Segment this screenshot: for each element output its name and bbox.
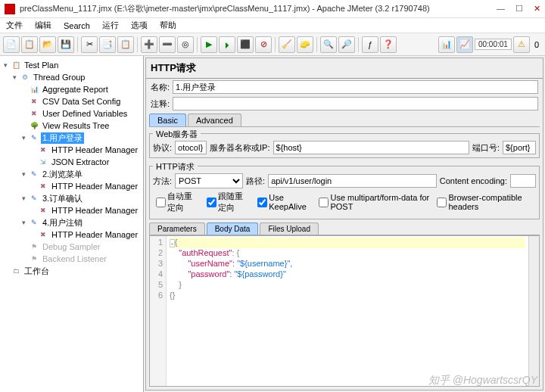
http-icon: ✎ — [29, 218, 39, 227]
templates-button[interactable]: 📋 — [21, 36, 38, 53]
title-bar: preClassMenu_1117.jmx (E:\谷歌\jmeter-mast… — [0, 0, 545, 18]
node-request-2[interactable]: 2.浏览菜单 — [41, 169, 84, 180]
menu-search[interactable]: Search — [61, 20, 93, 32]
http-icon: ✎ — [29, 170, 39, 179]
node-request-4[interactable]: 4.用户注销 — [41, 217, 84, 229]
node-results[interactable]: View Results Tree — [41, 121, 111, 130]
threadgroup-icon: ⚙ — [20, 73, 30, 82]
testplan-icon: 📋 — [11, 61, 21, 70]
port-input[interactable] — [503, 141, 536, 154]
node-backend[interactable]: Backend Listener — [41, 254, 108, 263]
function-helper-button[interactable]: ƒ — [362, 36, 378, 53]
close-button[interactable]: ✕ — [534, 4, 540, 14]
collapse-button[interactable]: ➖ — [159, 36, 176, 53]
open-button[interactable]: 📂 — [39, 36, 56, 53]
vars-icon: ✖ — [29, 109, 39, 118]
http-request-section: HTTP请求 方法: POST 路径: Content encoding: 自动… — [149, 166, 540, 219]
server-input[interactable] — [273, 141, 469, 154]
threads-button[interactable]: 📈 — [456, 36, 473, 53]
menu-run[interactable]: 运行 — [99, 18, 122, 33]
node-r3-header[interactable]: HTTP Header Manager — [50, 206, 139, 215]
tab-basic[interactable]: Basic — [149, 114, 186, 126]
cb-auto-redirect[interactable]: 自动重定向 — [156, 191, 199, 213]
copy-button[interactable]: 📑 — [99, 36, 116, 53]
warning-icon[interactable]: ⚠ — [513, 36, 530, 53]
help-button[interactable]: ❓ — [380, 36, 397, 53]
cut-button[interactable]: ✂ — [81, 36, 98, 53]
toolbar: 📄 📋 📂 💾 ✂ 📑 📋 ➕ ➖ ◎ ▶ ⏵ ⬛ ⊘ 🧹 🧽 🔍 🔎 ƒ ❓ … — [0, 33, 545, 56]
report-icon: 📊 — [29, 85, 39, 94]
webserver-section: Web服务器 协议: 服务器名称或IP: 端口号: — [149, 133, 540, 158]
node-aggregate[interactable]: Aggregate Report — [41, 85, 110, 94]
panel-title: HTTP请求 — [146, 58, 543, 79]
subtab-files-upload[interactable]: Files Upload — [260, 222, 319, 235]
comment-input[interactable] — [173, 97, 538, 110]
editor-scrollbar[interactable] — [528, 236, 539, 386]
header-icon: ✖ — [38, 206, 48, 215]
menu-edit[interactable]: 编辑 — [32, 18, 54, 33]
stop-button[interactable]: ⬛ — [237, 36, 254, 53]
node-r1-json[interactable]: JSON Extractor — [50, 157, 111, 166]
encoding-label: Content encoding: — [440, 176, 507, 185]
http-icon: ✎ — [29, 194, 39, 203]
backend-icon: ⚑ — [29, 254, 39, 263]
menu-help[interactable]: 帮助 — [157, 18, 179, 33]
shutdown-button[interactable]: ⊘ — [255, 36, 272, 53]
results-icon: 🌳 — [29, 121, 39, 130]
method-select[interactable]: POST — [175, 173, 243, 188]
window-title: preClassMenu_1117.jmx (E:\谷歌\jmeter-mast… — [20, 3, 497, 14]
expand-button[interactable]: ➕ — [141, 36, 157, 53]
clear-all-button[interactable]: 🧽 — [297, 36, 313, 53]
minimize-button[interactable]: — — [497, 4, 505, 14]
body-data-editor[interactable]: 123456 -{ "authRequest": { "userName": "… — [149, 235, 540, 387]
node-request-1[interactable]: 1.用户登录 — [41, 132, 84, 144]
body-tabs: Parameters Body Data Files Upload — [149, 222, 540, 235]
menu-bar: 文件 编辑 Search 运行 选项 帮助 — [0, 18, 545, 33]
encoding-input[interactable] — [510, 174, 536, 188]
menu-file[interactable]: 文件 — [3, 18, 26, 33]
log-toggle-button[interactable]: 📊 — [438, 36, 455, 53]
node-threadgroup[interactable]: Thread Group — [32, 73, 86, 82]
node-vars[interactable]: User Defined Variables — [41, 109, 129, 118]
node-r4-header[interactable]: HTTP Header Manager — [50, 230, 139, 239]
error-counter: 0 — [531, 40, 542, 49]
cb-follow-redirect[interactable]: 跟随重定向 — [207, 191, 250, 213]
name-label: 名称: — [151, 82, 170, 93]
clear-button[interactable]: 🧹 — [279, 36, 295, 53]
name-input[interactable] — [173, 80, 538, 94]
toggle-button[interactable]: ◎ — [177, 36, 194, 53]
csv-icon: ✖ — [29, 97, 39, 106]
new-button[interactable]: 📄 — [3, 36, 20, 53]
test-plan-tree[interactable]: ▾📋Test Plan ▾⚙Thread Group 📊Aggregate Re… — [0, 56, 144, 392]
node-debug[interactable]: Debug Sampler — [41, 242, 101, 251]
cb-multipart[interactable]: Use multipart/form-data for POST — [319, 193, 429, 211]
content-panel: HTTP请求 名称: 注释: Basic Advanced Web服务器 协议:… — [145, 58, 543, 390]
start-button[interactable]: ▶ — [201, 36, 217, 53]
protocol-input[interactable] — [175, 141, 207, 154]
subtab-parameters[interactable]: Parameters — [149, 222, 205, 235]
port-label: 端口号: — [472, 142, 500, 154]
node-csv[interactable]: CSV Data Set Config — [41, 97, 122, 106]
comment-label: 注释: — [151, 98, 170, 110]
maximize-button[interactable]: ☐ — [515, 4, 523, 14]
elapsed-timer: 00:00:01 — [475, 39, 512, 50]
editor-code[interactable]: -{ "authRequest": { "userName": "${usern… — [167, 236, 528, 386]
node-r2-header[interactable]: HTTP Header Manager — [50, 182, 139, 191]
start-no-pause-button[interactable]: ⏵ — [219, 36, 235, 53]
cb-keepalive[interactable]: Use KeepAlive — [257, 193, 311, 211]
node-request-3[interactable]: 3.订单确认 — [41, 193, 84, 204]
subtab-body-data[interactable]: Body Data — [207, 222, 259, 235]
save-button[interactable]: 💾 — [58, 36, 74, 53]
paste-button[interactable]: 📋 — [117, 36, 134, 53]
reset-search-button[interactable]: 🔎 — [338, 36, 355, 53]
server-label: 服务器名称或IP: — [210, 142, 269, 154]
tab-advanced[interactable]: Advanced — [188, 114, 241, 126]
search-button[interactable]: 🔍 — [320, 36, 337, 53]
header-icon: ✖ — [38, 182, 48, 191]
menu-options[interactable]: 选项 — [128, 18, 151, 33]
cb-browser-compat[interactable]: Browser-compatible headers — [437, 193, 533, 211]
node-workbench[interactable]: 工作台 — [23, 266, 51, 277]
node-r1-header[interactable]: HTTP Header Manager — [50, 145, 139, 154]
node-testplan[interactable]: Test Plan — [23, 61, 60, 70]
path-input[interactable] — [268, 174, 437, 188]
